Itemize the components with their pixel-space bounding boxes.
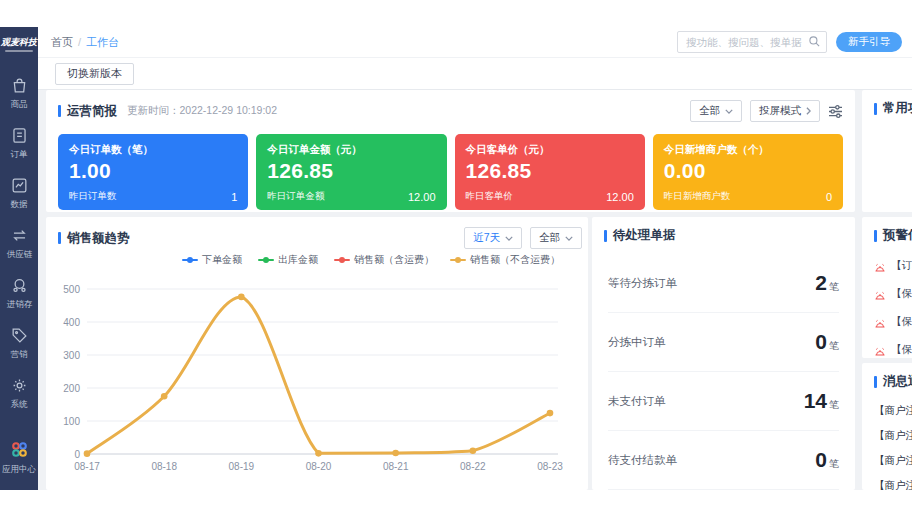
alerts-title: 预警信息	[883, 227, 912, 244]
notification-item-2[interactable]: 【商户注册】	[862, 423, 912, 448]
stat-card-1[interactable]: 今日订单数（笔）1.00昨日订单数1	[58, 134, 248, 210]
yesterday-label: 昨日新增商户数	[664, 190, 731, 203]
svg-text:0: 0	[74, 449, 80, 460]
legend-marker-icon	[334, 256, 350, 264]
briefing-update-time: 更新时间：2022-12-29 10:19:02	[127, 104, 277, 118]
breadcrumb-current[interactable]: 工作台	[86, 35, 119, 50]
quick-functions-panel: 常用功能	[862, 90, 912, 212]
yesterday-value: 12.00	[606, 191, 634, 203]
stat-card-title: 今日订单金额（元）	[267, 143, 435, 157]
stat-card-4[interactable]: 今日新增商户数（个）0.00昨日新增商户数0	[653, 134, 843, 210]
sidebar-item-label: 订单	[10, 148, 27, 160]
pending-documents-panel: 待处理单据 等待分拣订单2笔分拣中订单0笔未支付订单14笔待支付结款单0笔	[592, 217, 855, 490]
notification-list: 【商户注册】【商户注册】【商户注册】【商户注册】	[862, 398, 912, 490]
trend-scope-select[interactable]: 全部	[530, 227, 582, 249]
quick-functions-title: 常用功能	[883, 100, 912, 117]
sidebar-item-7[interactable]: 系统	[0, 369, 38, 419]
switch-version-button[interactable]: 切换新版本	[55, 63, 134, 85]
notification-item-3[interactable]: 【商户注册】	[862, 448, 912, 473]
pending-row-label: 等待分拣订单	[608, 276, 677, 291]
alert-item-4[interactable]: 【保质期	[862, 336, 912, 358]
chart-icon	[10, 176, 29, 195]
card-settings-icon[interactable]	[828, 105, 843, 118]
legend-item-1[interactable]: 下单金额	[182, 253, 242, 267]
alarm-icon	[874, 260, 886, 272]
sidebar-item-4[interactable]: 供应链	[0, 219, 38, 269]
sidebar-item-6[interactable]: 营销	[0, 319, 38, 369]
stat-card-3[interactable]: 今日客单价（元）126.85昨日客单价12.00	[455, 134, 645, 210]
notification-item-4[interactable]: 【商户注册】	[862, 473, 912, 490]
sidebar-item-3[interactable]: 数据	[0, 169, 38, 219]
notification-text: 【商户注册】	[874, 404, 912, 418]
trend-range-select[interactable]: 近7天	[464, 227, 522, 249]
panel-accent-bar	[874, 103, 877, 115]
breadcrumb-home[interactable]: 首页	[51, 35, 73, 50]
svg-text:200: 200	[63, 383, 80, 394]
legend-item-4[interactable]: 销售额（不含运费）	[450, 253, 560, 267]
gear-icon	[10, 376, 29, 395]
stat-card-2[interactable]: 今日订单金额（元）126.85昨日订单金额12.00	[256, 134, 446, 210]
brand-logo[interactable]: 观麦科技	[0, 27, 38, 61]
pending-title: 待处理单据	[613, 227, 676, 244]
briefing-title: 运营简报	[67, 103, 117, 120]
breadcrumb: 首页 / 工作台	[51, 35, 119, 50]
top-header: 首页 / 工作台 新手引导 切换新版本	[38, 27, 912, 90]
header-second-row: 切换新版本	[38, 58, 912, 89]
inventory-icon	[10, 276, 29, 295]
alert-item-3[interactable]: 【保质期	[862, 308, 912, 336]
sidebar-menu: 商品订单数据供应链进销存营销系统	[0, 69, 38, 419]
stat-card-yesterday: 昨日订单数1	[69, 190, 237, 203]
sidebar-item-label: 系统	[10, 398, 27, 410]
legend-item-3[interactable]: 销售额（含运费）	[334, 253, 434, 267]
stat-card-title: 今日订单数（笔）	[69, 143, 237, 157]
stat-card-value: 126.85	[267, 159, 435, 183]
chevron-down-icon	[505, 236, 513, 241]
sidebar-item-label: 进销存	[6, 298, 32, 310]
yesterday-value: 1	[231, 191, 237, 203]
operation-briefing-panel: 运营简报 更新时间：2022-12-29 10:19:02 全部 投屏模式 今日…	[46, 90, 855, 212]
chart-legend: 下单金额出库金额销售额（含运费）销售额（不含运费）	[46, 253, 560, 267]
sidebar-item-app-center[interactable]: 应用中心	[0, 432, 38, 484]
legend-label: 销售额（含运费）	[354, 253, 434, 267]
notification-text: 【商户注册】	[874, 479, 912, 491]
stat-card-title: 今日客单价（元）	[466, 143, 634, 157]
legend-label: 下单金额	[202, 253, 242, 267]
sidebar-item-2[interactable]: 订单	[0, 119, 38, 169]
search-input[interactable]	[677, 31, 827, 53]
pending-row-3[interactable]: 未支付订单14笔	[608, 372, 839, 431]
sidebar-item-label: 数据	[10, 198, 27, 210]
breadcrumb-row: 首页 / 工作台 新手引导	[38, 27, 912, 58]
briefing-scope-select[interactable]: 全部	[690, 100, 742, 122]
newbie-guide-button[interactable]: 新手引导	[836, 32, 902, 52]
svg-text:08-20: 08-20	[306, 461, 332, 472]
breadcrumb-separator: /	[78, 36, 81, 48]
pending-row-4[interactable]: 待支付结款单0笔	[608, 431, 839, 490]
notifications-panel: 消息通知 【商户注册】【商户注册】【商户注册】【商户注册】	[862, 363, 912, 490]
sidebar-item-5[interactable]: 进销存	[0, 269, 38, 319]
sales-trend-title: 销售额趋势	[67, 230, 130, 247]
notification-text: 【商户注册】	[874, 454, 912, 468]
pending-count: 0	[815, 448, 827, 471]
yesterday-label: 昨日订单数	[69, 190, 117, 203]
bag-icon	[10, 76, 29, 95]
stat-cards: 今日订单数（笔）1.00昨日订单数1今日订单金额（元）126.85昨日订单金额1…	[58, 134, 843, 210]
supply-icon	[10, 226, 29, 245]
pending-row-1[interactable]: 等待分拣订单2笔	[608, 254, 839, 313]
sidebar-item-1[interactable]: 商品	[0, 69, 38, 119]
panel-accent-bar	[58, 232, 61, 244]
pending-count: 0	[815, 330, 827, 353]
stat-card-title: 今日新增商户数（个）	[664, 143, 832, 157]
alert-text: 【保质期	[891, 343, 912, 357]
notification-item-1[interactable]: 【商户注册】	[862, 398, 912, 423]
alert-item-2[interactable]: 【保质期	[862, 280, 912, 308]
alert-item-1[interactable]: 【订单】	[862, 252, 912, 280]
pending-row-label: 待支付结款单	[608, 453, 677, 468]
svg-text:08-23: 08-23	[537, 461, 563, 472]
doc-icon	[10, 126, 29, 145]
notifications-title: 消息通知	[883, 373, 912, 390]
pending-row-2[interactable]: 分拣中订单0笔	[608, 313, 839, 372]
projection-mode-button[interactable]: 投屏模式	[750, 100, 820, 122]
chevron-down-icon	[725, 109, 733, 114]
legend-item-2[interactable]: 出库金额	[258, 253, 318, 267]
tag-icon	[10, 326, 29, 345]
